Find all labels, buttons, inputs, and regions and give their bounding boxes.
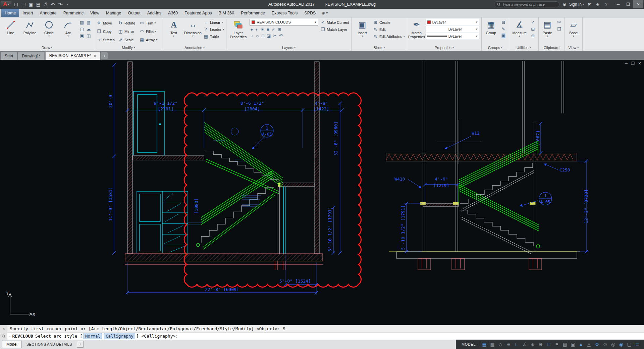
make-object-layer-current-icon[interactable]: ✓ (272, 27, 275, 32)
trim-button[interactable]: ✄Trim▾ (139, 19, 161, 27)
selection-cycling-icon[interactable]: ▣ (569, 341, 577, 348)
ucs-icon[interactable] (9, 293, 32, 315)
copy-button[interactable]: ❐Copy (96, 28, 118, 35)
ribbon-tab-a360[interactable]: A360 (165, 9, 181, 17)
panel-footer-properties[interactable]: Properties▾ (407, 45, 481, 51)
annotation-visibility-icon[interactable]: ▲ (577, 341, 585, 348)
option-calligraphy[interactable]: Calligraphy (104, 333, 135, 339)
object-snap-tracking-icon[interactable]: ⊕ (537, 341, 545, 348)
model-paper-toggle[interactable]: MODEL (459, 341, 479, 348)
isometric-drafting-icon[interactable]: ◈ (529, 341, 537, 348)
save-icon[interactable]: ▣ (27, 1, 35, 8)
panel-footer-view[interactable]: View▾ (565, 45, 582, 51)
rotate-button[interactable]: ↻Rotate (118, 19, 139, 27)
snap-mode-icon[interactable]: ▩ (488, 341, 496, 348)
viewport-restore-icon[interactable]: ❐ (631, 61, 635, 66)
revision-cloud-icon[interactable]: ☁ (87, 27, 91, 32)
quick-select-icon[interactable]: ✓ (531, 20, 535, 25)
undo-icon[interactable]: ↶▾ (49, 1, 57, 8)
freeze-layer-icon[interactable]: ☀ (260, 27, 264, 32)
drawing-area[interactable]: 20'-9"11'-9" [3581]9'-1 1/2"[2781]8'-6 1… (0, 60, 644, 325)
command-input[interactable]: ▾ REVCLOUD Select arc style [ Normal Cal… (7, 332, 644, 340)
boundary-icon[interactable]: ▢ (80, 27, 84, 32)
group-selection-icon[interactable]: ▣ (501, 33, 505, 38)
exchange-apps-icon[interactable]: ✖ (586, 1, 593, 8)
close-button[interactable]: ✕ (633, 0, 643, 8)
id-point-icon[interactable]: ⊕ (531, 33, 535, 38)
stay-connected-icon[interactable]: ◈ (594, 1, 601, 8)
panel-footer-clipboard[interactable]: Clipboard (539, 45, 565, 51)
fillet-button[interactable]: ◠Fillet▾ (139, 28, 161, 35)
option-normal[interactable]: Normal (84, 333, 102, 339)
file-tab-revisionexample[interactable]: REVISION_EXAMPLE*✕ (45, 51, 101, 60)
panel-footer-utilities[interactable]: Utilities▾ (509, 45, 538, 51)
help-search-input[interactable]: Type a keyword or phrase (494, 1, 559, 7)
array-button[interactable]: ▦Array▾ (139, 36, 161, 43)
group-button[interactable]: ▦ Group (484, 19, 498, 35)
dynamic-input-icon[interactable]: ⊞ (504, 341, 513, 348)
customize-icon[interactable]: ≣ (633, 341, 641, 348)
file-tab-start[interactable]: Start (1, 52, 17, 60)
leader-button[interactable]: ↗Leader▾ (203, 26, 224, 33)
text-button[interactable]: A Text ▾ (165, 19, 182, 38)
sections-and-details-layout-tab[interactable]: SECTIONS AND DETAILS (22, 341, 76, 347)
panel-footer-draw[interactable]: Draw▾ (0, 45, 94, 51)
polar-tracking-icon[interactable]: ∠ (521, 341, 529, 348)
measure-button[interactable]: ∡ Measure ▾ (511, 19, 528, 38)
match-layer-button[interactable]: ❐Match Layer (320, 26, 349, 33)
help-icon[interactable]: ? (603, 1, 609, 8)
search-commands-icon[interactable] (2, 334, 6, 338)
paste-button[interactable]: ▤ Paste ▾ (541, 19, 554, 38)
infer-constraints-icon[interactable]: ◇ (496, 341, 504, 348)
lock-layer-icon[interactable]: ■ (267, 27, 269, 32)
minimize-button[interactable]: ─ (613, 0, 623, 8)
circle-button[interactable]: Circle ▾ (40, 19, 58, 38)
gradient-icon[interactable]: ▧ (87, 20, 91, 25)
arc-button[interactable]: Arc ▾ (59, 19, 77, 38)
ribbon-tab-insert[interactable]: Insert (19, 9, 36, 17)
edit-attributes-button[interactable]: ✎Edit Attributes▾ (373, 33, 405, 40)
recent-commands-icon[interactable]: ▾ (9, 335, 11, 338)
copy-clip-icon[interactable]: ❐ (557, 27, 561, 32)
polyline-button[interactable]: Polyline (21, 19, 39, 35)
clean-screen-icon[interactable]: ▢ (625, 341, 633, 348)
lineweight-dropdown[interactable]: ByLayer ▾ (426, 33, 479, 39)
group-edit-icon[interactable]: ✎ (501, 27, 505, 32)
workspace-switching-icon[interactable]: ⚙ (593, 341, 601, 348)
linear-button[interactable]: ↔Linear▾ (203, 19, 224, 26)
wipeout-icon[interactable]: ◫ (87, 33, 91, 38)
redo-icon[interactable]: ↷▾ (57, 1, 64, 8)
ribbon-tab-spds[interactable]: SPDS (301, 9, 319, 17)
ribbon-tab-performance[interactable]: Performance (237, 9, 268, 17)
ribbon-tab-annotate[interactable]: Annotate (37, 9, 60, 17)
layer-delete-icon[interactable]: ✂ (273, 33, 277, 38)
ungroup-icon[interactable]: ⊟ (501, 20, 505, 25)
save-as-icon[interactable]: ▤ (35, 1, 42, 8)
file-tab-drawing1[interactable]: Drawing1* (18, 52, 44, 60)
object-snap-icon[interactable]: □ (545, 341, 553, 348)
close-tab-icon[interactable]: ✕ (94, 54, 96, 58)
edit-block-button[interactable]: ✎Edit (373, 26, 405, 33)
stretch-button[interactable]: ⇢Stretch (96, 36, 118, 43)
cut-icon[interactable]: ✄ (557, 20, 561, 25)
panel-footer-layers[interactable]: Layers▾ (226, 45, 351, 51)
table-button[interactable]: ▦Table (203, 33, 224, 40)
ribbon-tab-express-tools[interactable]: Express Tools (268, 9, 301, 17)
ribbon-tab-add-ins[interactable]: Add-ins (144, 9, 165, 17)
ribbon-tab-manage[interactable]: Manage (103, 9, 124, 17)
close-command-window-icon[interactable]: ✕ (3, 327, 5, 331)
ribbon-tab-bim-360[interactable]: BIM 360 (215, 9, 238, 17)
graphics-performance-icon[interactable]: ◉ (617, 341, 625, 348)
panel-footer-block[interactable]: Block▾ (352, 45, 407, 51)
print-icon[interactable]: ⎙ (42, 1, 49, 8)
annotation-monitor-icon[interactable]: ⊙ (601, 341, 609, 348)
ribbon-tab-featured-apps[interactable]: Featured Apps (181, 9, 215, 17)
panel-footer-annotation[interactable]: Annotation▾ (163, 45, 226, 51)
viewport-close-icon[interactable]: ✕ (638, 61, 641, 66)
layer-dropdown[interactable]: REVISION CLOUDS ▾ (250, 19, 318, 26)
dimension-button[interactable]: ↔ Dimension ▾ (184, 19, 202, 38)
previous-layer-icon[interactable]: ↶ (279, 33, 283, 38)
ribbon-tab-home[interactable]: Home (1, 9, 19, 17)
ribbon-tab-view[interactable]: View (87, 9, 103, 17)
layer-properties-button[interactable]: Layer Properties (228, 19, 248, 39)
